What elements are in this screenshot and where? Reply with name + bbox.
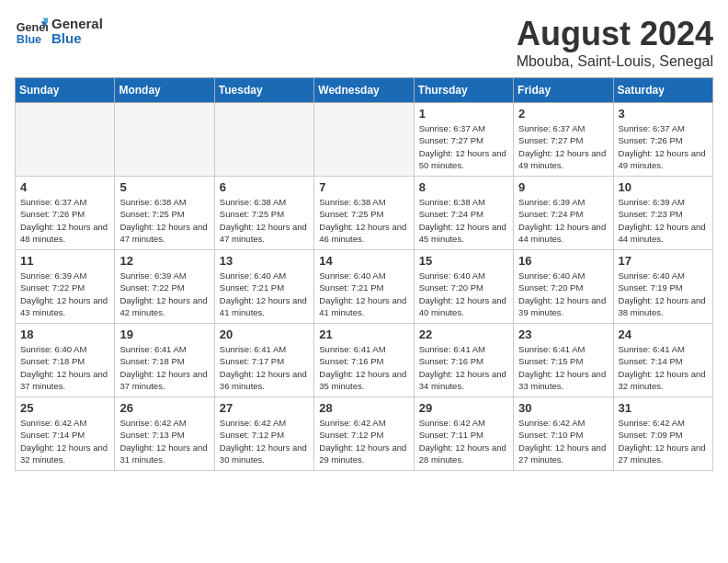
day-info: Sunrise: 6:42 AMSunset: 7:14 PMDaylight:…: [20, 417, 109, 465]
day-info: Sunrise: 6:41 AMSunset: 7:18 PMDaylight:…: [119, 343, 209, 392]
calendar-week-row: 25Sunrise: 6:42 AMSunset: 7:14 PMDayligh…: [16, 397, 713, 471]
calendar-cell: 16Sunrise: 6:40 AMSunset: 7:20 PMDayligh…: [514, 250, 613, 324]
day-info: Sunrise: 6:39 AMSunset: 7:22 PMDaylight:…: [20, 270, 109, 318]
calendar-cell: 4Sunrise: 6:37 AMSunset: 7:26 PMDaylight…: [16, 177, 115, 250]
calendar-cell: 26Sunrise: 6:42 AMSunset: 7:13 PMDayligh…: [115, 397, 214, 471]
day-header-sunday: Sunday: [16, 78, 115, 103]
day-info: Sunrise: 6:38 AMSunset: 7:25 PMDaylight:…: [319, 196, 408, 245]
day-info: Sunrise: 6:41 AMSunset: 7:15 PMDaylight:…: [518, 343, 608, 392]
day-number: 9: [518, 180, 608, 194]
day-number: 24: [619, 327, 708, 341]
calendar-cell: 27Sunrise: 6:42 AMSunset: 7:12 PMDayligh…: [214, 397, 313, 471]
calendar-cell: 3Sunrise: 6:37 AMSunset: 7:26 PMDaylight…: [613, 103, 712, 177]
day-number: 16: [518, 254, 608, 268]
day-info: Sunrise: 6:40 AMSunset: 7:19 PMDaylight:…: [619, 270, 708, 318]
day-number: 22: [419, 327, 508, 341]
day-info: Sunrise: 6:40 AMSunset: 7:21 PMDaylight:…: [220, 270, 309, 318]
calendar-cell: 31Sunrise: 6:42 AMSunset: 7:09 PMDayligh…: [613, 397, 712, 471]
day-header-friday: Friday: [514, 78, 613, 103]
day-header-wednesday: Wednesday: [314, 78, 414, 103]
day-info: Sunrise: 6:42 AMSunset: 7:09 PMDaylight:…: [619, 417, 708, 465]
day-number: 4: [20, 180, 109, 194]
calendar-cell: 6Sunrise: 6:38 AMSunset: 7:25 PMDaylight…: [214, 177, 313, 250]
day-number: 25: [20, 401, 109, 415]
calendar-cell: [214, 103, 313, 177]
calendar-cell: 12Sunrise: 6:39 AMSunset: 7:22 PMDayligh…: [115, 250, 214, 324]
day-info: Sunrise: 6:42 AMSunset: 7:10 PMDaylight:…: [518, 417, 608, 465]
calendar-cell: 13Sunrise: 6:40 AMSunset: 7:21 PMDayligh…: [214, 250, 313, 324]
day-info: Sunrise: 6:39 AMSunset: 7:22 PMDaylight:…: [119, 270, 209, 318]
day-number: 20: [220, 327, 309, 341]
calendar-cell: 9Sunrise: 6:39 AMSunset: 7:24 PMDaylight…: [514, 177, 613, 250]
day-info: Sunrise: 6:37 AMSunset: 7:27 PMDaylight:…: [518, 122, 608, 171]
day-number: 1: [419, 107, 508, 121]
day-number: 28: [319, 401, 408, 415]
day-number: 18: [20, 327, 109, 341]
day-info: Sunrise: 6:42 AMSunset: 7:12 PMDaylight:…: [319, 417, 408, 465]
calendar-cell: 20Sunrise: 6:41 AMSunset: 7:17 PMDayligh…: [214, 324, 313, 397]
calendar-cell: 18Sunrise: 6:40 AMSunset: 7:18 PMDayligh…: [16, 324, 115, 397]
day-info: Sunrise: 6:40 AMSunset: 7:21 PMDaylight:…: [319, 270, 408, 318]
calendar-cell: 7Sunrise: 6:38 AMSunset: 7:25 PMDaylight…: [314, 177, 414, 250]
day-info: Sunrise: 6:42 AMSunset: 7:11 PMDaylight:…: [419, 417, 508, 465]
day-number: 8: [419, 180, 508, 194]
calendar-week-row: 11Sunrise: 6:39 AMSunset: 7:22 PMDayligh…: [16, 250, 713, 324]
calendar-week-row: 18Sunrise: 6:40 AMSunset: 7:18 PMDayligh…: [16, 324, 713, 397]
svg-text:Blue: Blue: [17, 33, 41, 46]
day-info: Sunrise: 6:38 AMSunset: 7:25 PMDaylight:…: [220, 196, 309, 245]
day-number: 26: [119, 401, 209, 415]
calendar-cell: 25Sunrise: 6:42 AMSunset: 7:14 PMDayligh…: [16, 397, 115, 471]
calendar-cell: 15Sunrise: 6:40 AMSunset: 7:20 PMDayligh…: [414, 250, 513, 324]
day-number: 13: [220, 254, 309, 268]
day-number: 30: [518, 401, 608, 415]
day-info: Sunrise: 6:37 AMSunset: 7:26 PMDaylight:…: [619, 122, 708, 171]
calendar-cell: [16, 103, 115, 177]
day-info: Sunrise: 6:37 AMSunset: 7:27 PMDaylight:…: [419, 122, 508, 171]
day-header-thursday: Thursday: [414, 78, 513, 103]
calendar-cell: [115, 103, 214, 177]
day-info: Sunrise: 6:40 AMSunset: 7:18 PMDaylight:…: [20, 343, 109, 392]
day-number: 3: [619, 107, 708, 121]
calendar-cell: 2Sunrise: 6:37 AMSunset: 7:27 PMDaylight…: [514, 103, 613, 177]
day-number: 27: [220, 401, 309, 415]
calendar-table: SundayMondayTuesdayWednesdayThursdayFrid…: [15, 77, 713, 471]
day-number: 7: [319, 180, 408, 194]
day-header-saturday: Saturday: [613, 78, 712, 103]
day-info: Sunrise: 6:41 AMSunset: 7:17 PMDaylight:…: [220, 343, 309, 392]
day-number: 5: [119, 180, 209, 194]
day-number: 14: [319, 254, 408, 268]
day-info: Sunrise: 6:37 AMSunset: 7:26 PMDaylight:…: [20, 196, 109, 245]
calendar-cell: 30Sunrise: 6:42 AMSunset: 7:10 PMDayligh…: [514, 397, 613, 471]
logo: General Blue General Blue: [15, 15, 103, 48]
day-number: 31: [619, 401, 708, 415]
day-number: 23: [518, 327, 608, 341]
calendar-cell: 10Sunrise: 6:39 AMSunset: 7:23 PMDayligh…: [613, 177, 712, 250]
logo-text-general: General: [51, 17, 103, 32]
day-info: Sunrise: 6:40 AMSunset: 7:20 PMDaylight:…: [518, 270, 608, 318]
day-number: 21: [319, 327, 408, 341]
calendar-cell: [314, 103, 414, 177]
calendar-cell: 23Sunrise: 6:41 AMSunset: 7:15 PMDayligh…: [514, 324, 613, 397]
calendar-header-row: SundayMondayTuesdayWednesdayThursdayFrid…: [16, 78, 713, 103]
calendar-cell: 1Sunrise: 6:37 AMSunset: 7:27 PMDaylight…: [414, 103, 513, 177]
calendar-week-row: 1Sunrise: 6:37 AMSunset: 7:27 PMDaylight…: [16, 103, 713, 177]
day-info: Sunrise: 6:38 AMSunset: 7:25 PMDaylight:…: [119, 196, 209, 245]
calendar-title: August 2024: [517, 15, 713, 53]
calendar-cell: 19Sunrise: 6:41 AMSunset: 7:18 PMDayligh…: [115, 324, 214, 397]
logo-icon: General Blue: [15, 15, 48, 48]
day-number: 2: [518, 107, 608, 121]
day-number: 29: [419, 401, 508, 415]
logo-text-blue: Blue: [51, 31, 103, 47]
calendar-cell: 24Sunrise: 6:41 AMSunset: 7:14 PMDayligh…: [613, 324, 712, 397]
title-area: August 2024 Mbouba, Saint-Louis, Senegal: [517, 15, 713, 70]
header: General Blue General Blue August 2024 Mb…: [15, 15, 713, 70]
day-info: Sunrise: 6:41 AMSunset: 7:16 PMDaylight:…: [319, 343, 408, 392]
calendar-cell: 17Sunrise: 6:40 AMSunset: 7:19 PMDayligh…: [613, 250, 712, 324]
calendar-cell: 22Sunrise: 6:41 AMSunset: 7:16 PMDayligh…: [414, 324, 513, 397]
day-number: 12: [119, 254, 209, 268]
calendar-cell: 29Sunrise: 6:42 AMSunset: 7:11 PMDayligh…: [414, 397, 513, 471]
day-info: Sunrise: 6:39 AMSunset: 7:24 PMDaylight:…: [518, 196, 608, 245]
calendar-cell: 8Sunrise: 6:38 AMSunset: 7:24 PMDaylight…: [414, 177, 513, 250]
day-info: Sunrise: 6:38 AMSunset: 7:24 PMDaylight:…: [419, 196, 508, 245]
day-info: Sunrise: 6:42 AMSunset: 7:13 PMDaylight:…: [119, 417, 209, 465]
